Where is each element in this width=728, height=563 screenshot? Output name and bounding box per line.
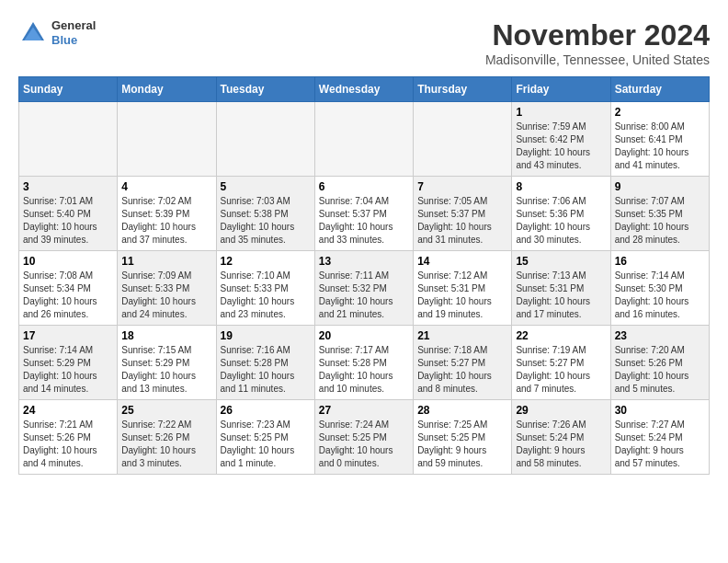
day-number: 18: [121, 329, 211, 342]
day-info: Sunrise: 7:04 AM Sunset: 5:37 PM Dayligh…: [319, 195, 409, 247]
day-info: Sunrise: 7:19 AM Sunset: 5:27 PM Dayligh…: [516, 344, 606, 396]
calendar-week-row: 3Sunrise: 7:01 AM Sunset: 5:40 PM Daylig…: [19, 177, 710, 251]
day-number: 15: [516, 255, 606, 268]
day-info: Sunrise: 7:09 AM Sunset: 5:33 PM Dayligh…: [121, 270, 211, 321]
day-number: 21: [417, 329, 507, 342]
calendar-header-thursday: Thursday: [414, 77, 512, 102]
day-info: Sunrise: 7:59 AM Sunset: 6:42 PM Dayligh…: [516, 121, 606, 172]
day-info: Sunrise: 7:07 AM Sunset: 5:35 PM Dayligh…: [615, 195, 705, 247]
calendar-header-saturday: Saturday: [610, 77, 709, 102]
calendar-cell: 29Sunrise: 7:26 AM Sunset: 5:24 PM Dayli…: [512, 400, 610, 475]
calendar-cell: 10Sunrise: 7:08 AM Sunset: 5:34 PM Dayli…: [19, 251, 118, 326]
page-header: General Blue November 2024 Madisonville,…: [18, 18, 710, 67]
calendar-week-row: 17Sunrise: 7:14 AM Sunset: 5:29 PM Dayli…: [19, 326, 710, 400]
day-number: 22: [516, 329, 606, 342]
day-number: 12: [221, 255, 311, 268]
day-number: 7: [417, 180, 507, 193]
day-number: 3: [23, 180, 113, 193]
day-info: Sunrise: 7:05 AM Sunset: 5:37 PM Dayligh…: [417, 195, 507, 247]
calendar-cell: 5Sunrise: 7:03 AM Sunset: 5:38 PM Daylig…: [216, 177, 314, 251]
calendar-cell: 20Sunrise: 7:17 AM Sunset: 5:28 PM Dayli…: [314, 326, 413, 400]
day-info: Sunrise: 7:23 AM Sunset: 5:25 PM Dayligh…: [221, 419, 311, 470]
calendar-cell: 14Sunrise: 7:12 AM Sunset: 5:31 PM Dayli…: [414, 251, 512, 326]
day-number: 19: [221, 329, 311, 342]
day-info: Sunrise: 7:14 AM Sunset: 5:29 PM Dayligh…: [23, 344, 113, 396]
day-info: Sunrise: 7:14 AM Sunset: 5:30 PM Dayligh…: [615, 270, 705, 321]
day-info: Sunrise: 7:22 AM Sunset: 5:26 PM Dayligh…: [121, 419, 211, 470]
calendar-cell: 7Sunrise: 7:05 AM Sunset: 5:37 PM Daylig…: [414, 177, 512, 251]
day-info: Sunrise: 7:24 AM Sunset: 5:25 PM Dayligh…: [319, 419, 409, 470]
calendar-cell: 3Sunrise: 7:01 AM Sunset: 5:40 PM Daylig…: [19, 177, 118, 251]
calendar-header-monday: Monday: [118, 77, 216, 102]
day-info: Sunrise: 7:20 AM Sunset: 5:26 PM Dayligh…: [615, 344, 705, 396]
day-info: Sunrise: 7:27 AM Sunset: 5:24 PM Dayligh…: [615, 419, 705, 470]
day-info: Sunrise: 7:02 AM Sunset: 5:39 PM Dayligh…: [121, 195, 211, 247]
day-info: Sunrise: 7:12 AM Sunset: 5:31 PM Dayligh…: [417, 270, 507, 321]
calendar-week-row: 1Sunrise: 7:59 AM Sunset: 6:42 PM Daylig…: [19, 102, 710, 177]
calendar-cell: 18Sunrise: 7:15 AM Sunset: 5:29 PM Dayli…: [118, 326, 216, 400]
calendar-cell: [314, 102, 413, 177]
calendar-cell: 9Sunrise: 7:07 AM Sunset: 5:35 PM Daylig…: [610, 177, 709, 251]
calendar-cell: 24Sunrise: 7:21 AM Sunset: 5:26 PM Dayli…: [19, 400, 118, 475]
calendar-cell: 15Sunrise: 7:13 AM Sunset: 5:31 PM Dayli…: [512, 251, 610, 326]
day-info: Sunrise: 7:06 AM Sunset: 5:36 PM Dayligh…: [516, 195, 606, 247]
calendar-cell: 19Sunrise: 7:16 AM Sunset: 5:28 PM Dayli…: [216, 326, 314, 400]
calendar-week-row: 24Sunrise: 7:21 AM Sunset: 5:26 PM Dayli…: [19, 400, 710, 475]
title-area: November 2024 Madisonville, Tennessee, U…: [485, 18, 710, 67]
calendar-cell: [216, 102, 314, 177]
day-info: Sunrise: 7:17 AM Sunset: 5:28 PM Dayligh…: [319, 344, 409, 396]
calendar-cell: 1Sunrise: 7:59 AM Sunset: 6:42 PM Daylig…: [512, 102, 610, 177]
day-number: 20: [319, 329, 409, 342]
day-number: 13: [319, 255, 409, 268]
day-number: 23: [615, 329, 705, 342]
calendar-cell: 27Sunrise: 7:24 AM Sunset: 5:25 PM Dayli…: [314, 400, 413, 475]
day-info: Sunrise: 7:18 AM Sunset: 5:27 PM Dayligh…: [417, 344, 507, 396]
calendar-cell: 23Sunrise: 7:20 AM Sunset: 5:26 PM Dayli…: [610, 326, 709, 400]
calendar-header-wednesday: Wednesday: [314, 77, 413, 102]
calendar-cell: 25Sunrise: 7:22 AM Sunset: 5:26 PM Dayli…: [118, 400, 216, 475]
day-info: Sunrise: 7:26 AM Sunset: 5:24 PM Dayligh…: [516, 419, 606, 470]
calendar-week-row: 10Sunrise: 7:08 AM Sunset: 5:34 PM Dayli…: [19, 251, 710, 326]
logo-text: General Blue: [51, 18, 96, 47]
day-number: 28: [417, 404, 507, 417]
calendar-cell: 21Sunrise: 7:18 AM Sunset: 5:27 PM Dayli…: [414, 326, 512, 400]
calendar-cell: [19, 102, 118, 177]
calendar-cell: 11Sunrise: 7:09 AM Sunset: 5:33 PM Dayli…: [118, 251, 216, 326]
calendar-cell: 2Sunrise: 8:00 AM Sunset: 6:41 PM Daylig…: [610, 102, 709, 177]
day-number: 30: [615, 404, 705, 417]
calendar-cell: 30Sunrise: 7:27 AM Sunset: 5:24 PM Dayli…: [610, 400, 709, 475]
day-number: 27: [319, 404, 409, 417]
day-info: Sunrise: 7:01 AM Sunset: 5:40 PM Dayligh…: [23, 195, 113, 247]
calendar-header-friday: Friday: [512, 77, 610, 102]
day-number: 29: [516, 404, 606, 417]
day-number: 10: [23, 255, 113, 268]
day-info: Sunrise: 7:11 AM Sunset: 5:32 PM Dayligh…: [319, 270, 409, 321]
day-number: 17: [23, 329, 113, 342]
calendar-cell: 13Sunrise: 7:11 AM Sunset: 5:32 PM Dayli…: [314, 251, 413, 326]
logo: General Blue: [18, 18, 96, 48]
calendar-header-sunday: Sunday: [19, 77, 118, 102]
calendar-cell: 28Sunrise: 7:25 AM Sunset: 5:25 PM Dayli…: [414, 400, 512, 475]
logo-blue: Blue: [51, 33, 96, 48]
calendar-cell: 8Sunrise: 7:06 AM Sunset: 5:36 PM Daylig…: [512, 177, 610, 251]
logo-icon: [18, 18, 48, 48]
day-number: 25: [121, 404, 211, 417]
calendar-cell: [118, 102, 216, 177]
day-info: Sunrise: 7:10 AM Sunset: 5:33 PM Dayligh…: [221, 270, 311, 321]
day-info: Sunrise: 7:21 AM Sunset: 5:26 PM Dayligh…: [23, 419, 113, 470]
day-number: 4: [121, 180, 211, 193]
location: Madisonville, Tennessee, United States: [485, 52, 710, 67]
day-info: Sunrise: 7:08 AM Sunset: 5:34 PM Dayligh…: [23, 270, 113, 321]
day-info: Sunrise: 7:16 AM Sunset: 5:28 PM Dayligh…: [221, 344, 311, 396]
day-number: 11: [121, 255, 211, 268]
day-number: 26: [221, 404, 311, 417]
logo-general: General: [51, 18, 96, 33]
day-number: 8: [516, 180, 606, 193]
day-number: 2: [615, 106, 705, 119]
day-info: Sunrise: 8:00 AM Sunset: 6:41 PM Dayligh…: [615, 121, 705, 172]
month-title: November 2024: [485, 18, 710, 52]
day-number: 14: [417, 255, 507, 268]
calendar-cell: 22Sunrise: 7:19 AM Sunset: 5:27 PM Dayli…: [512, 326, 610, 400]
calendar-cell: 4Sunrise: 7:02 AM Sunset: 5:39 PM Daylig…: [118, 177, 216, 251]
day-number: 5: [221, 180, 311, 193]
